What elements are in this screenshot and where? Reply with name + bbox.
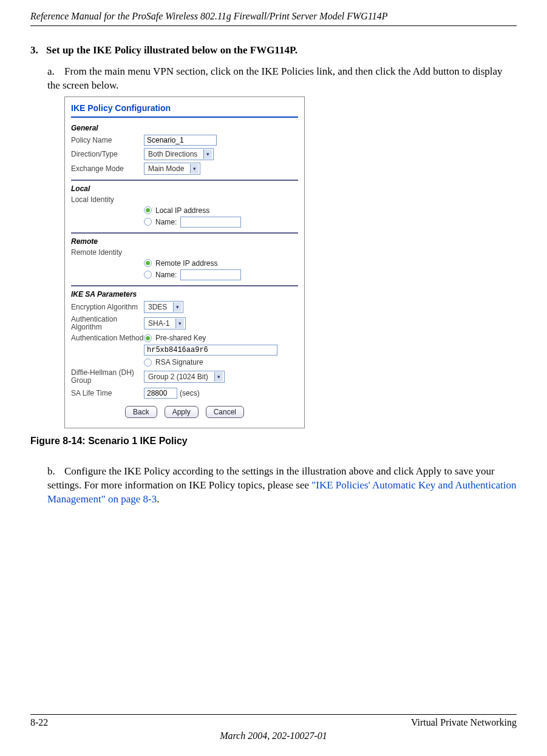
local-name-option: Name: <box>155 218 177 226</box>
dh-group-select[interactable]: Group 2 (1024 Bit) ▾ <box>144 371 225 383</box>
exchange-label: Exchange Mode <box>71 164 144 173</box>
local-section-label: Local <box>71 184 298 193</box>
remote-section-label: Remote <box>71 237 298 246</box>
sa-life-input[interactable] <box>144 388 177 399</box>
remote-name-radio-row[interactable]: Name: <box>144 269 298 280</box>
enc-alg-select[interactable]: 3DES ▾ <box>144 301 183 313</box>
step-text: Set up the IKE Policy illustrated below … <box>46 44 297 56</box>
psk-input[interactable] <box>144 345 277 356</box>
figure-caption: Figure 8-14: Scenario 1 IKE Policy <box>30 436 517 447</box>
substep-b-text2: . <box>157 493 159 505</box>
footer-date: March 2004, 202-10027-01 <box>30 731 517 741</box>
auth-alg-label: Authentication Algorithm <box>71 316 144 331</box>
gray-divider <box>71 285 298 286</box>
dh-group-value: Group 2 (1024 Bit) <box>148 373 208 381</box>
radio-icon <box>144 359 152 366</box>
direction-value: Both Directions <box>148 150 197 158</box>
direction-label: Direction/Type <box>71 150 144 158</box>
ike-policy-figure: IKE Policy Configuration General Policy … <box>64 96 305 428</box>
chevron-down-icon: ▾ <box>173 302 182 312</box>
sa-life-suffix: (secs) <box>180 389 200 397</box>
figure-title: IKE Policy Configuration <box>71 103 298 113</box>
remote-name-option: Name: <box>155 271 177 279</box>
psk-option: Pre-shared Key <box>155 334 206 342</box>
chevron-down-icon: ▾ <box>175 319 184 328</box>
step-3-heading: 3.Set up the IKE Policy illustrated belo… <box>30 44 517 56</box>
local-name-radio-row[interactable]: Name: <box>144 217 298 228</box>
local-identity-label: Local Identity <box>71 195 144 204</box>
chevron-down-icon: ▾ <box>190 164 199 174</box>
substep-a-letter: a. <box>47 65 64 79</box>
enc-alg-value: 3DES <box>148 303 167 311</box>
back-button[interactable]: Back <box>125 406 157 418</box>
auth-alg-value: SHA-1 <box>148 319 169 328</box>
cancel-button[interactable]: Cancel <box>206 406 244 418</box>
radio-icon <box>144 218 152 226</box>
step-number: 3. <box>30 44 46 56</box>
local-name-input[interactable] <box>180 217 241 228</box>
section-title: Virtual Private Networking <box>411 717 517 728</box>
radio-selected-icon <box>144 334 152 342</box>
local-ip-option: Local IP address <box>155 206 209 215</box>
sa-life-label: SA Life Time <box>71 389 144 397</box>
remote-ip-radio-row[interactable]: Remote IP address <box>144 259 298 268</box>
chevron-down-icon: ▾ <box>214 372 223 382</box>
exchange-value: Main Mode <box>148 164 184 173</box>
sa-section-label: IKE SA Parameters <box>71 290 298 299</box>
apply-button[interactable]: Apply <box>165 406 199 418</box>
page-footer: 8-22 Virtual Private Networking March 20… <box>30 714 517 741</box>
header-rule <box>30 25 517 26</box>
policy-name-input[interactable] <box>144 135 217 146</box>
remote-identity-label: Remote Identity <box>71 248 144 257</box>
exchange-select[interactable]: Main Mode ▾ <box>144 163 200 175</box>
policy-name-label: Policy Name <box>71 136 144 144</box>
radio-selected-icon <box>144 206 152 214</box>
substep-b-letter: b. <box>47 465 64 479</box>
dh-group-label: Diffie-Hellman (DH) Group <box>71 369 144 385</box>
enc-alg-label: Encryption Algorithm <box>71 303 144 311</box>
direction-select[interactable]: Both Directions ▾ <box>144 148 214 160</box>
local-ip-radio-row[interactable]: Local IP address <box>144 206 298 215</box>
gray-divider <box>71 232 298 234</box>
substep-a-text: From the main menu VPN section, click on… <box>47 66 503 91</box>
remote-name-input[interactable] <box>180 269 241 280</box>
auth-alg-select[interactable]: SHA-1 ▾ <box>144 317 186 329</box>
general-section-label: General <box>71 124 298 132</box>
footer-rule <box>30 714 517 715</box>
rsa-option: RSA Signature <box>155 358 203 366</box>
page-number: 8-22 <box>30 717 48 728</box>
blue-divider <box>71 116 298 118</box>
radio-icon <box>144 271 152 278</box>
remote-ip-option: Remote IP address <box>155 259 218 268</box>
radio-selected-icon <box>144 259 152 267</box>
substep-a: a.From the main menu VPN section, click … <box>47 65 517 93</box>
doc-header-title: Reference Manual for the ProSafe Wireles… <box>30 0 517 25</box>
auth-method-label: Authentication Method <box>71 334 144 342</box>
substep-b: b.Configure the IKE Policy according to … <box>47 465 517 507</box>
chevron-down-icon: ▾ <box>203 149 212 159</box>
gray-divider <box>71 180 298 181</box>
